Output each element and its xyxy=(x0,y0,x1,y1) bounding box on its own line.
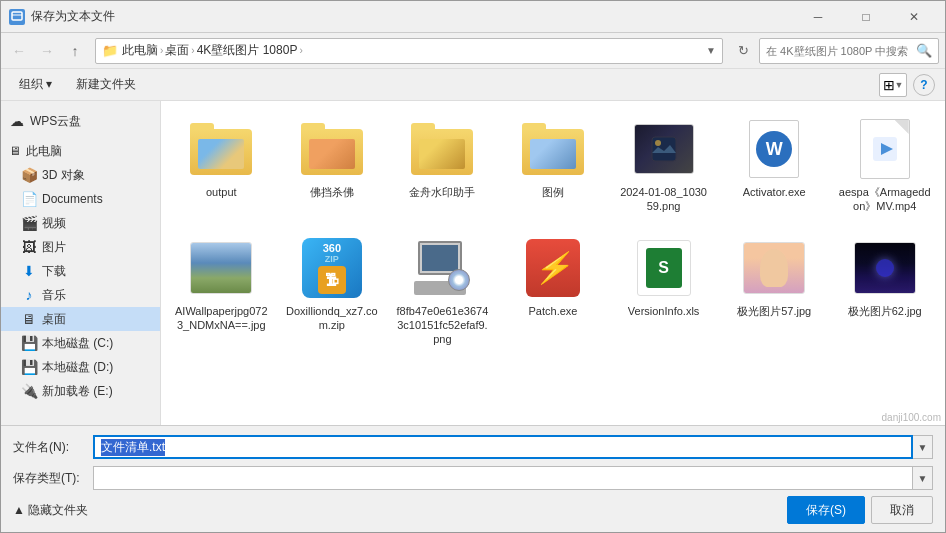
drive-c-icon: 💾 xyxy=(21,335,37,351)
maximize-button[interactable]: □ xyxy=(843,3,889,31)
sidebar-label-usb-e: 新加载卷 (E:) xyxy=(42,383,113,400)
sidebar-item-pc[interactable]: 🖥 此电脑 xyxy=(1,139,160,163)
address-part-3: 4K壁纸图片 1080P xyxy=(197,42,298,59)
png-dark-icon xyxy=(632,117,696,181)
sidebar-label-3d: 3D 对象 xyxy=(42,167,85,184)
address-sep-3: › xyxy=(299,45,302,56)
file-item-aespa[interactable]: aespa《Armageddon》MV.mp4 xyxy=(834,111,935,220)
sidebar-item-local-d[interactable]: 💾 本地磁盘 (D:) xyxy=(1,355,160,379)
file-item-aurora62[interactable]: 极光图片62.jpg xyxy=(834,230,935,352)
activator-icon: W xyxy=(742,117,806,181)
minimize-button[interactable]: ─ xyxy=(795,3,841,31)
bottom-bar: 文件名(N): ▼ 保存类型(T): ▼ ▲ 隐藏文件夹 保存(S) 取消 xyxy=(1,425,945,532)
versioninfo-name: VersionInfo.xls xyxy=(628,304,700,318)
up-button[interactable]: ↑ xyxy=(63,39,87,63)
file-item-tuli[interactable]: 图例 xyxy=(503,111,604,220)
desktop-icon: 🖥 xyxy=(21,311,37,327)
file-item-versioninfo[interactable]: S VersionInfo.xls xyxy=(613,230,714,352)
activator-name: Activator.exe xyxy=(743,185,806,199)
search-button[interactable]: 🔍 xyxy=(916,43,932,58)
file-item-aurora57[interactable]: 极光图片57.jpg xyxy=(724,230,825,352)
filetype-row: 保存类型(T): ▼ xyxy=(13,465,933,491)
help-button[interactable]: ? xyxy=(913,74,935,96)
hide-files-button[interactable]: ▲ 隐藏文件夹 xyxy=(13,502,88,519)
file-item-doxillion[interactable]: 360 ZIP 🗜 Doxilliondq_xz7.com.zip xyxy=(282,230,383,352)
file-item-fozhusha[interactable]: 佛挡杀佛 xyxy=(282,111,383,220)
aiwallpaper-name: AIWallpaperjpg0723_NDMxNA==.jpg xyxy=(175,304,268,333)
file-item-output[interactable]: output xyxy=(171,111,272,220)
fozhusha-name: 佛挡杀佛 xyxy=(310,185,354,199)
sidebar-item-local-c[interactable]: 💾 本地磁盘 (C:) xyxy=(1,331,160,355)
file-item-aiwallpaper[interactable]: AIWallpaperjpg0723_NDMxNA==.jpg xyxy=(171,230,272,352)
sidebar-item-music[interactable]: ♪ 音乐 xyxy=(1,283,160,307)
png-dark-name: 2024-01-08_103059.png xyxy=(617,185,710,214)
organize-button[interactable]: 组织 ▾ xyxy=(11,73,60,97)
aurora62-name: 极光图片62.jpg xyxy=(848,304,922,318)
sidebar-item-3d[interactable]: 📦 3D 对象 xyxy=(1,163,160,187)
filetype-dropdown[interactable]: ▼ xyxy=(913,466,933,490)
filetype-label: 保存类型(T): xyxy=(13,470,93,487)
file-area: output 佛挡杀佛 xyxy=(161,101,945,425)
sidebar-label-pc: 此电脑 xyxy=(26,143,62,160)
new-folder-button[interactable]: 新建文件夹 xyxy=(68,73,144,97)
address-bar[interactable]: 📁 此电脑 › 桌面 › 4K壁纸图片 1080P › ▼ xyxy=(95,38,723,64)
sidebar-item-docs[interactable]: 📄 Documents xyxy=(1,187,160,211)
bottom-actions: ▲ 隐藏文件夹 保存(S) 取消 xyxy=(13,496,933,524)
aurora62-icon xyxy=(853,236,917,300)
filetype-select[interactable] xyxy=(93,466,913,490)
address-part-1: 此电脑 xyxy=(122,42,158,59)
filename-dropdown[interactable]: ▼ xyxy=(913,435,933,459)
address-sep-1: › xyxy=(160,45,163,56)
file-item-patch[interactable]: ⚡ Patch.exe xyxy=(503,230,604,352)
file-grid: output 佛挡杀佛 xyxy=(171,111,935,352)
address-folder-icon: 📁 xyxy=(102,43,118,58)
aespa-icon xyxy=(853,117,917,181)
search-input[interactable] xyxy=(766,45,916,57)
sidebar-label-local-d: 本地磁盘 (D:) xyxy=(42,359,113,376)
sidebar-label-video: 视频 xyxy=(42,215,66,232)
sidebar-item-download[interactable]: ⬇ 下载 xyxy=(1,259,160,283)
aiwallpaper-icon xyxy=(189,236,253,300)
file-item-f8fb47e[interactable]: f8fb47e0e61e36743c10151fc52efaf9.png xyxy=(392,230,493,352)
view-button[interactable]: ⊞ ▼ xyxy=(879,73,907,97)
back-button[interactable]: ← xyxy=(7,39,31,63)
doxillion-name: Doxilliondq_xz7.com.zip xyxy=(286,304,379,333)
sidebar-label-pics: 图片 xyxy=(42,239,66,256)
aespa-name: aespa《Armageddon》MV.mp4 xyxy=(838,185,931,214)
sidebar-item-usb-e[interactable]: 🔌 新加载卷 (E:) xyxy=(1,379,160,403)
address-sep-2: › xyxy=(191,45,194,56)
window-controls: ─ □ ✕ xyxy=(795,3,937,31)
watermark: danji100.com xyxy=(882,412,941,423)
view-icon: ⊞ xyxy=(883,77,895,93)
refresh-button[interactable]: ↻ xyxy=(731,39,755,63)
filename-row: 文件名(N): ▼ xyxy=(13,434,933,460)
forward-button[interactable]: → xyxy=(35,39,59,63)
output-name: output xyxy=(206,185,237,199)
sidebar-item-wps[interactable]: ☁ WPS云盘 xyxy=(1,109,160,133)
output-folder-icon xyxy=(189,117,253,181)
svg-point-3 xyxy=(655,140,661,146)
toolbar2: 组织 ▾ 新建文件夹 ⊞ ▼ ? xyxy=(1,69,945,101)
filename-input[interactable] xyxy=(93,435,913,459)
usb-icon: 🔌 xyxy=(21,383,37,399)
search-bar: 🔍 xyxy=(759,38,939,64)
close-button[interactable]: ✕ xyxy=(891,3,937,31)
pc-icon: 🖥 xyxy=(9,144,21,158)
jinshuiyin-name: 金舟水印助手 xyxy=(409,185,475,199)
title-icon xyxy=(9,9,25,25)
file-item-png-dark[interactable]: 2024-01-08_103059.png xyxy=(613,111,714,220)
aurora57-icon xyxy=(742,236,806,300)
sidebar-item-pics[interactable]: 🖼 图片 xyxy=(1,235,160,259)
save-button[interactable]: 保存(S) xyxy=(787,496,865,524)
address-dropdown[interactable]: ▼ xyxy=(706,45,716,56)
file-item-jinshuiyin[interactable]: 金舟水印助手 xyxy=(392,111,493,220)
sidebar-item-video[interactable]: 🎬 视频 xyxy=(1,211,160,235)
3d-icon: 📦 xyxy=(21,167,37,183)
file-item-activator[interactable]: W Activator.exe xyxy=(724,111,825,220)
video-icon: 🎬 xyxy=(21,215,37,231)
music-icon: ♪ xyxy=(21,287,37,303)
cancel-button[interactable]: 取消 xyxy=(871,496,933,524)
doxillion-icon: 360 ZIP 🗜 xyxy=(300,236,364,300)
sidebar-item-desktop[interactable]: 🖥 桌面 xyxy=(1,307,160,331)
wps-icon: ☁ xyxy=(9,113,25,129)
